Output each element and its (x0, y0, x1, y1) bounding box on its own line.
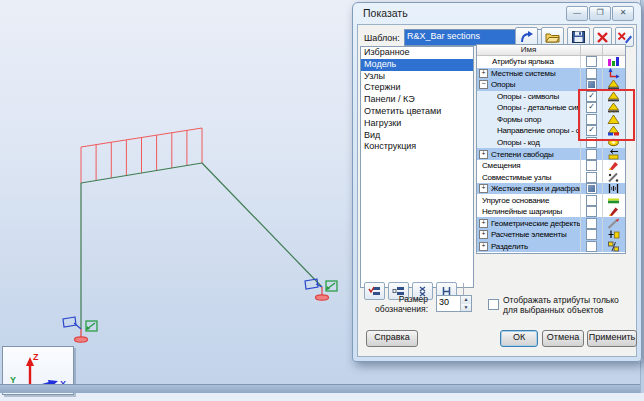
support-detailed-icon (607, 102, 620, 113)
frame-structure (81, 163, 322, 329)
tree-row-label: Совместимые узлы (482, 173, 551, 182)
expand-plus-icon[interactable]: + (479, 150, 488, 159)
sidebar-item-9[interactable]: Конструкция (361, 141, 473, 153)
z-axis-label: Z (33, 352, 39, 362)
tree-row[interactable]: +Геометрические дефекты (477, 217, 625, 229)
expand-plus-icon[interactable]: + (479, 184, 488, 193)
maximize-button[interactable]: ❐ (589, 6, 611, 21)
degrees-of-freedom-icon (607, 149, 620, 160)
size-spinner[interactable]: 30 ▲ ▼ (436, 295, 472, 312)
row-checkbox[interactable] (586, 68, 597, 79)
tree-row[interactable]: Нелинейные шарниры (477, 206, 625, 218)
node-flag-icon (63, 317, 81, 329)
sidebar-item-3[interactable]: Узлы (361, 71, 473, 83)
sidebar-item-8[interactable]: Вид (361, 130, 473, 142)
dialog-title-bar[interactable]: Показать —❐✕ (353, 3, 641, 24)
row-checkbox[interactable] (586, 183, 597, 194)
checkbox-column-header (581, 45, 603, 55)
node-box-icon (326, 281, 337, 291)
row-checkbox[interactable] (586, 218, 597, 229)
tree-header: Имя (477, 45, 625, 56)
support-direction-icon (607, 125, 620, 136)
tree-row-label: Опоры (491, 80, 515, 89)
collapse-minus-icon[interactable]: − (479, 80, 488, 89)
sidebar-item-7[interactable]: Нагрузки (361, 118, 473, 130)
compatible-nodes-icon (607, 172, 620, 183)
expand-plus-icon[interactable]: + (479, 230, 488, 239)
apply-button[interactable]: Применить (587, 330, 637, 347)
tree-row[interactable]: Направление опоры - символы✓ (477, 125, 625, 137)
dialog-client-area: Шаблон: R&X_Bar sections ▼ ИзбранноеМоде… (357, 24, 637, 357)
row-checkbox[interactable] (586, 172, 597, 183)
sidebar-item-6[interactable]: Отметить цветами (361, 106, 473, 118)
sidebar-item-4[interactable]: Стержни (361, 82, 473, 94)
sidebar-item-5[interactable]: Панели / КЭ (361, 94, 473, 106)
support-shapes-icon (607, 114, 620, 125)
tree-row-label: Опоры - символы (497, 92, 559, 101)
row-checkbox[interactable]: ✓ (586, 102, 597, 113)
tree-row[interactable]: Смещения (477, 160, 625, 172)
tree-row[interactable]: +Степени свободы (477, 148, 625, 160)
tree-row-label: Опоры - код (497, 138, 540, 147)
row-checkbox[interactable] (586, 79, 597, 90)
sidebar-item-2[interactable]: Модель (361, 59, 473, 71)
expand-plus-icon[interactable]: + (479, 219, 488, 228)
tree-row[interactable]: Опоры - символы✓ (477, 91, 625, 103)
tree-row[interactable]: +Жесткие связи и диафрагмы (477, 183, 625, 195)
tree-row-label: Жесткие связи и диафрагмы (491, 184, 581, 193)
row-checkbox[interactable] (586, 56, 597, 67)
row-checkbox[interactable] (586, 241, 597, 252)
apply-template-icon (519, 30, 534, 44)
offsets-icon (607, 160, 620, 171)
icon-column-header (603, 45, 623, 55)
row-checkbox[interactable] (586, 229, 597, 240)
tree-row-label: Разделить (491, 242, 528, 251)
show-selected-only-checkbox[interactable] (488, 299, 499, 310)
row-checkbox[interactable] (586, 206, 597, 217)
minimize-button[interactable]: — (566, 6, 588, 21)
spinner-up-icon[interactable]: ▲ (461, 296, 471, 304)
tree-row[interactable]: +Разделить (477, 241, 625, 253)
tree-row[interactable]: +Местные системы (477, 68, 625, 80)
save-template-icon (571, 30, 586, 44)
dialog-title: Показать (363, 7, 408, 19)
close-button[interactable]: ✕ (612, 6, 634, 21)
edit-template-icon (617, 31, 632, 44)
rigid-links-icon (607, 183, 620, 194)
row-checkbox[interactable] (586, 195, 597, 206)
tree-row[interactable]: +Расчетные элементы (477, 229, 625, 241)
elastic-foundation-icon (607, 195, 620, 206)
row-checkbox[interactable]: ✓ (586, 91, 597, 102)
row-checkbox[interactable]: ✓ (586, 125, 597, 136)
row-checkbox[interactable] (586, 114, 597, 125)
tree-row[interactable]: Опоры - детальные символы✓ (477, 102, 625, 114)
tree-row[interactable]: Упругое основание (477, 194, 625, 206)
tree-row-label: Местные системы (491, 69, 555, 78)
tree-row[interactable]: Формы опор (477, 114, 625, 126)
expand-plus-icon[interactable]: + (479, 69, 488, 78)
tree-row-label: Направление опоры - символы (497, 126, 581, 135)
tree-row[interactable]: Атрибуты ярлыка (477, 56, 625, 68)
tree-row[interactable]: Совместимые узлы (477, 171, 625, 183)
sidebar-item-1[interactable]: Избранное (361, 47, 473, 59)
expand-plus-icon[interactable]: + (479, 242, 488, 251)
row-checkbox[interactable] (586, 137, 597, 148)
tree-row[interactable]: Опоры - код (477, 137, 625, 149)
tree-row-label: Опоры - детальные символы (497, 103, 581, 112)
template-label: Шаблон: (364, 33, 400, 43)
design-elements-icon (607, 229, 620, 240)
help-button[interactable]: Справка (366, 330, 418, 347)
spinner-down-icon[interactable]: ▼ (461, 304, 471, 312)
support-symbols-icon (607, 91, 620, 102)
cancel-button[interactable]: Отмена (542, 330, 584, 347)
tree-row[interactable]: −Опоры (477, 79, 625, 91)
tree-row-label: Расчетные элементы (491, 230, 567, 239)
support-node-right (305, 279, 337, 300)
ok-button[interactable]: ОК (500, 330, 538, 347)
support-node-left (63, 317, 97, 342)
show-selected-only-label: Отображать атрибуты только для выбранных… (503, 295, 619, 315)
row-checkbox[interactable] (586, 149, 597, 160)
label-attributes-icon (607, 56, 620, 67)
size-value[interactable]: 30 (437, 296, 460, 311)
row-checkbox[interactable] (586, 160, 597, 171)
